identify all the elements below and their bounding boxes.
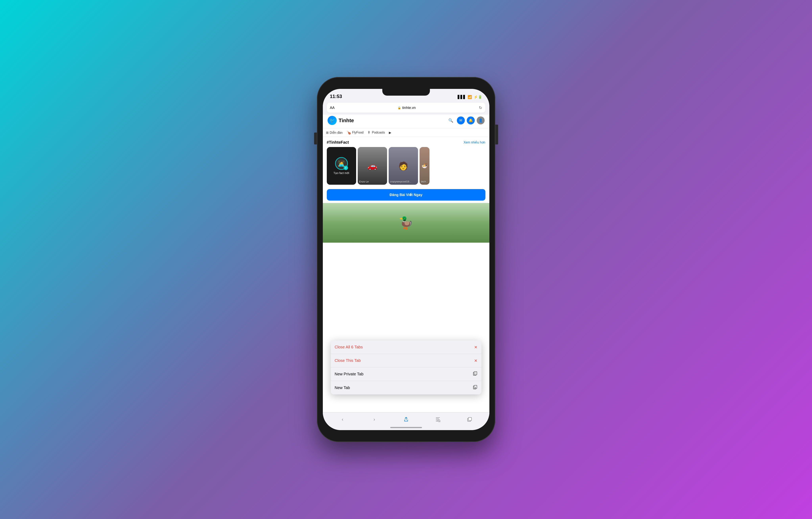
site-header: 🐦 Tinhte 🔍 ✉ 🔔 👤 [323, 113, 489, 128]
new-tab-icon [473, 385, 477, 391]
menu-item-new-tab[interactable]: New Tab [331, 381, 482, 394]
site-name: Tinhte [339, 117, 354, 124]
nav-item-podcasts[interactable]: 🎙 Podcasts [368, 131, 385, 134]
browser-chrome: AA 🔒 tinhte.vn ↻ [323, 101, 489, 115]
fact-title: #TinhteFact [327, 140, 349, 145]
create-avatar: 🧑‍💻 + [335, 157, 348, 170]
url-domain[interactable]: tinhte.vn [402, 106, 416, 110]
duck-image: 🦆 [323, 203, 489, 243]
fact-card-enzo-label: Enzo Le [359, 180, 385, 183]
create-plus-icon: + [344, 166, 348, 170]
notch [382, 89, 430, 95]
svg-rect-1 [474, 372, 477, 375]
url-text-group: 🔒 tinhte.vn [398, 106, 416, 110]
fact-cards: 🧑‍💻 + Tạo fact mới 🚗 Enzo Le 🧑 crazysexy… [327, 147, 486, 185]
new-private-icon [473, 371, 477, 377]
avatar-button[interactable]: 👤 [477, 116, 485, 125]
fact-card-enzo[interactable]: 🚗 Enzo Le [358, 147, 387, 185]
nav-item-dien-dan[interactable]: ⊞ Diễn đàn [326, 131, 343, 135]
fact-card-person-label: crazysexycool19... [390, 180, 416, 183]
fact-section: #TinhteFact Xem nhiều hơn 🧑‍💻 + Tạo fact… [323, 137, 489, 187]
home-indicator [390, 427, 422, 428]
menu-item-new-private[interactable]: New Private Tab [331, 367, 482, 381]
logo-icon: 🐦 [327, 116, 337, 125]
reload-icon[interactable]: ↻ [479, 105, 482, 110]
new-private-label: New Private Tab [335, 372, 364, 376]
close-all-label: Close All 6 Tabs [335, 345, 363, 349]
phone-frame: 11:53 ▋▋▋ 📶 ⚡🔋 AA 🔒 tinhte.vn ↻ [317, 77, 495, 442]
post-button[interactable]: Đăng Bài Viết Ngay [327, 189, 486, 200]
back-icon: ‹ [342, 417, 343, 422]
notification-button[interactable]: 🔔 [467, 116, 475, 125]
volume-button [314, 133, 317, 144]
forward-icon: › [374, 417, 375, 422]
bookmarks-button[interactable] [433, 414, 443, 425]
fact-card-partial[interactable]: 🍜 btch... [419, 147, 430, 185]
fact-card-person[interactable]: 🧑 crazysexycool19... [389, 147, 418, 185]
svg-rect-9 [468, 417, 471, 420]
dien-dan-icon: ⊞ [326, 131, 328, 135]
create-label: Tạo fact mới [334, 171, 349, 174]
context-menu: Close All 6 Tabs ✕ Close This Tab ✕ New … [331, 340, 482, 394]
sub-nav: ⊞ Diễn đàn 🍗 FlyFood 🎙 Podcasts ▶ [323, 128, 489, 137]
url-aa-label[interactable]: AA [330, 106, 335, 110]
image-section: 🦆 [323, 203, 489, 243]
close-this-label: Close This Tab [335, 358, 361, 363]
header-actions: 🔍 ✉ 🔔 👤 [447, 116, 485, 125]
site-logo[interactable]: 🐦 Tinhte [327, 116, 354, 125]
main-content: 🐦 Tinhte 🔍 ✉ 🔔 👤 ⊞ Diễn đàn � [323, 113, 489, 412]
status-icons: ▋▋▋ 📶 ⚡🔋 [458, 95, 482, 99]
logo-emoji: 🐦 [329, 118, 335, 123]
tabs-button[interactable] [465, 414, 474, 425]
phone-screen: 11:53 ▋▋▋ 📶 ⚡🔋 AA 🔒 tinhte.vn ↻ [323, 89, 489, 430]
forward-button[interactable]: › [370, 414, 379, 425]
new-tab-label: New Tab [335, 385, 350, 390]
wifi-icon: 📶 [468, 95, 472, 99]
mail-button[interactable]: ✉ [457, 116, 465, 125]
signal-icon: ▋▋▋ [458, 95, 466, 99]
nav-item-flyfood[interactable]: 🍗 FlyFood [347, 130, 364, 135]
flyfood-icon: 🍗 [347, 130, 351, 135]
back-button[interactable]: ‹ [338, 414, 348, 425]
fact-header: #TinhteFact Xem nhiều hơn [327, 140, 486, 145]
flyfood-label: FlyFood [352, 131, 364, 134]
share-button[interactable] [401, 414, 411, 425]
url-bar[interactable]: AA 🔒 tinhte.vn ↻ [327, 103, 486, 113]
close-this-icon: ✕ [474, 358, 477, 363]
status-time: 11:53 [330, 93, 342, 99]
menu-item-close-this[interactable]: Close This Tab ✕ [331, 354, 482, 367]
fact-card-create[interactable]: 🧑‍💻 + Tạo fact mới [327, 147, 356, 185]
lock-icon: 🔒 [398, 106, 401, 109]
menu-item-close-all[interactable]: Close All 6 Tabs ✕ [331, 340, 482, 354]
podcasts-label: Podcasts [372, 131, 385, 134]
power-button [495, 125, 498, 144]
more-icon: ▶ [389, 131, 391, 135]
dien-dan-label: Diễn đàn [330, 131, 343, 135]
search-button[interactable]: 🔍 [447, 116, 455, 125]
podcasts-icon: 🎙 [368, 131, 371, 134]
fact-card-partial-label: btch... [421, 180, 428, 183]
close-all-icon: ✕ [474, 345, 477, 350]
battery-icon: ⚡🔋 [473, 95, 482, 99]
nav-item-more[interactable]: ▶ [389, 131, 391, 135]
fact-more-link[interactable]: Xem nhiều hơn [464, 140, 486, 144]
